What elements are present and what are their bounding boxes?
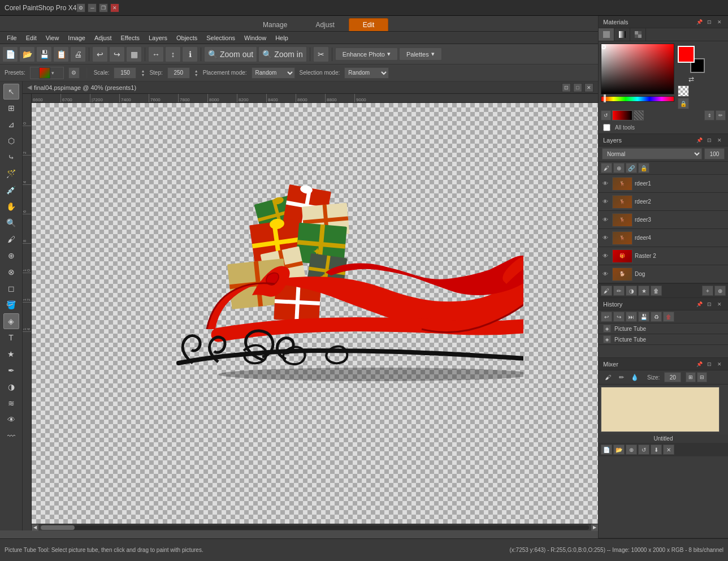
presets-settings-btn[interactable]: ⚙ [68,67,80,79]
tool-fill[interactable]: 🪣 [3,297,19,313]
mixer-btn2[interactable]: ⊟ [697,372,707,382]
mixer-rotate-btn[interactable]: ↺ [638,445,649,455]
mixer-size-input[interactable]: 20 [664,372,681,382]
mixer-open-btn[interactable]: 📂 [613,445,625,455]
pattern-display[interactable] [634,110,644,120]
flip-v-btn[interactable]: ↕ [165,46,181,62]
menu-image[interactable]: Image [63,33,90,42]
tool-text[interactable]: T [3,330,19,346]
canvas-maximize-btn[interactable]: □ [573,83,582,92]
undo-btn[interactable]: ↩ [92,46,108,62]
tool-picture-tube[interactable]: ◈ [3,313,19,329]
tool-arrow[interactable]: ↖ [3,84,19,100]
mixer-paint-btn[interactable]: 🖌 [602,372,613,382]
horizontal-scrollbar[interactable]: ◀ ▶ [32,524,598,530]
palettes-btn[interactable]: Palettes ▾ [399,48,442,61]
layers-float-btn[interactable]: ⊡ [705,136,713,144]
color-gradient[interactable] [601,44,674,94]
tool-smear[interactable]: ≋ [3,395,19,411]
layer-dupe-btn[interactable]: ⊕ [714,286,726,296]
materials-float-btn[interactable]: ⊡ [705,18,713,26]
layer-effects-btn[interactable]: ★ [638,286,649,296]
mixer-pick-btn[interactable]: 💧 [629,372,640,382]
all-tools-check[interactable] [603,124,610,131]
mixer-canvas[interactable] [601,387,720,432]
layer-visibility-btn[interactable]: 👁 [601,234,610,243]
flip-h-btn[interactable]: ↔ [148,46,164,62]
scale-input[interactable] [114,67,136,79]
layers-pin-btn[interactable]: 📌 [695,136,703,144]
layer-visibility-btn[interactable]: 👁 [601,215,610,225]
tab-adjust[interactable]: Adjust [301,18,348,31]
step-stepper[interactable]: ▲ ▼ [194,69,198,77]
edit-selection-btn[interactable]: ▦ [126,46,142,62]
layer-brush-btn[interactable]: ✏ [613,286,625,296]
menu-selections[interactable]: Selections [202,33,240,42]
all-tools-checkbox[interactable]: All tools [599,122,728,133]
materials-pin-btn[interactable]: 📌 [695,18,703,26]
tool-perspective[interactable]: ⬡ [3,133,19,149]
layer-trash-btn[interactable]: 🗑 [651,286,662,296]
history-restore-btn[interactable]: ♻ [651,312,662,322]
menu-objects[interactable]: Objects [172,33,202,42]
menu-file[interactable]: File [2,33,21,42]
lock-btn[interactable]: 🔒 [678,98,689,109]
history-item[interactable]: ◈ Picture Tube [599,323,728,334]
menu-effects[interactable]: Effects [116,33,144,42]
tool-eyedropper[interactable]: 💉 [3,182,19,198]
mixer-new-btn[interactable]: 📄 [601,445,612,455]
history-pin-btn[interactable]: 📌 [695,300,703,308]
selection-select[interactable]: Random Incremental [344,67,389,79]
layer-paint-btn[interactable]: 🖌 [601,163,612,173]
layer-paint-mode-btn[interactable]: 🖌 [601,286,612,296]
enhance-photo-btn[interactable]: Enhance Photo ▾ [335,48,398,61]
tool-paint[interactable]: 🖌 [3,231,19,247]
mat-tab-gradient[interactable] [614,28,630,41]
fg-color-swatch[interactable] [678,46,695,63]
mixer-clear-btn[interactable]: ✕ [663,445,674,455]
tool-magic-wand[interactable]: 🪄 [3,166,19,182]
mixer-load-btn[interactable]: ⬇ [651,445,662,455]
layer-lock-btn[interactable]: 🔒 [638,163,649,173]
save-copy-btn[interactable]: 📋 [53,46,69,62]
tool-pen[interactable]: ✒ [3,363,19,378]
layer-row[interactable]: 👁 🎁 Raster 2 [599,247,728,265]
layer-row[interactable]: 👁 🦌 rdeer2 [599,193,728,211]
mixer-smear-btn[interactable]: ✏ [616,372,627,382]
tool-shape[interactable]: ★ [3,346,19,362]
tool-zoom[interactable]: 🔍 [3,215,19,231]
tool-dodge[interactable]: ◑ [3,379,19,395]
invert-btn[interactable]: ⇕ [704,110,714,120]
settings-btn[interactable]: ⚙ [76,3,85,12]
scale-stepper[interactable]: ▲ ▼ [141,69,145,77]
scroll-left-btn[interactable]: ◀ [32,524,38,531]
layer-clone-btn[interactable]: ⊕ [613,163,625,173]
swap-colors-btn[interactable]: ⇄ [678,75,705,83]
mat-tab-pattern[interactable] [630,28,646,41]
layer-visibility-btn[interactable]: 👁 [601,270,610,279]
history-item[interactable]: ◈ Picture Tube [599,334,728,345]
tool-heal[interactable]: ⊗ [3,264,19,280]
menu-view[interactable]: View [41,33,64,42]
menu-window[interactable]: Window [240,33,271,42]
mixer-pin-btn[interactable]: 📌 [695,360,703,368]
mixer-btn1[interactable]: ⊞ [686,372,696,382]
scroll-right-btn[interactable]: ▶ [591,524,598,531]
history-save-state-btn[interactable]: 💾 [638,312,649,322]
open-btn[interactable]: 📂 [19,46,35,62]
tool-warp[interactable]: 〰 [3,428,19,444]
scrollbar-thumb[interactable] [41,525,75,530]
layer-mask-btn[interactable]: ◑ [626,286,637,296]
opacity-input[interactable]: 100 [704,148,725,159]
layer-row[interactable]: 👁 🦌 rdeer4 [599,229,728,247]
layer-visibility-btn[interactable]: 👁 [601,252,610,261]
save-btn[interactable]: 💾 [36,46,52,62]
zoom-out-btn[interactable]: 🔍 Zoom out [204,46,257,62]
edit-color-btn[interactable]: ✏ [716,110,726,120]
layer-new-btn[interactable]: + [702,286,713,296]
layer-visibility-btn[interactable]: 👁 [601,179,610,188]
materials-close-btn[interactable]: ✕ [716,18,723,26]
layer-link-btn[interactable]: 🔗 [626,163,637,173]
history-close-btn[interactable]: ✕ [716,300,723,308]
restore-btn[interactable]: ❐ [99,3,108,12]
